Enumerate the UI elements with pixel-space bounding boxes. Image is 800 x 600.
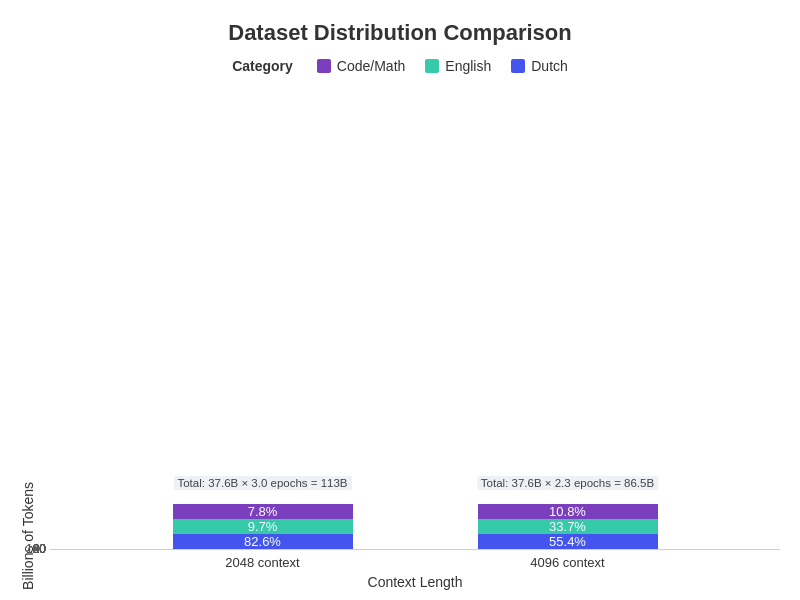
bar-annotation: Total: 37.6B × 3.0 epochs = 113B (173, 476, 351, 490)
bar-segment-english: 33.7% (478, 519, 658, 534)
bar-group: 82.6%9.7%7.8%Total: 37.6B × 3.0 epochs =… (173, 504, 353, 549)
legend-item-english: English (425, 58, 491, 74)
legend-swatch-dutch (511, 59, 525, 73)
bar-segment-code-math: 10.8% (478, 504, 658, 519)
legend-item-codemath: Code/Math (317, 58, 405, 74)
legend-item-dutch: Dutch (511, 58, 568, 74)
bar-stack: 82.6%9.7%7.8%Total: 37.6B × 3.0 epochs =… (173, 504, 353, 549)
y-axis-label: Billions of Tokens (20, 452, 50, 590)
x-axis-labels: 2048 context4096 context (50, 555, 780, 570)
plot-area: 020406080100120 82.6%9.7%7.8%Total: 37.6… (50, 549, 780, 590)
gridline (50, 549, 780, 550)
legend-label-english: English (445, 58, 491, 74)
legend-label-codemath: Code/Math (337, 58, 405, 74)
legend-swatch-english (425, 59, 439, 73)
legend: Category Code/Math English Dutch (232, 58, 568, 74)
legend-category-label: Category (232, 58, 293, 74)
chart-area: Billions of Tokens 020406080100120 82.6%… (20, 84, 780, 590)
x-axis-title: Context Length (50, 574, 780, 590)
chart-container: Dataset Distribution Comparison Category… (0, 0, 800, 600)
bar-group: 55.4%33.7%10.8%Total: 37.6B × 2.3 epochs… (478, 504, 658, 549)
x-tick-label: 4096 context (478, 555, 658, 570)
chart-title: Dataset Distribution Comparison (228, 20, 571, 46)
legend-label-dutch: Dutch (531, 58, 568, 74)
bar-annotation: Total: 37.6B × 2.3 epochs = 86.5B (477, 476, 658, 490)
y-tick-label: 120 (12, 542, 46, 556)
bar-stack: 55.4%33.7%10.8%Total: 37.6B × 2.3 epochs… (478, 504, 658, 549)
legend-swatch-codemath (317, 59, 331, 73)
bar-segment-code-math: 7.8% (173, 504, 353, 519)
bar-segment-dutch: 55.4% (478, 534, 658, 549)
x-tick-label: 2048 context (173, 555, 353, 570)
bar-segment-english: 9.7% (173, 519, 353, 534)
bar-segment-dutch: 82.6% (173, 534, 353, 549)
